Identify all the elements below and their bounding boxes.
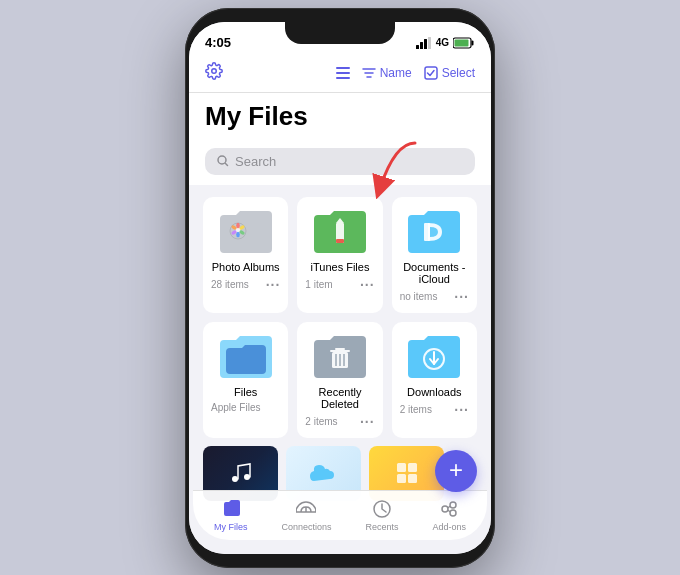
folder-downloads-icon bbox=[406, 334, 462, 380]
folder-itunes-label: iTunes Files bbox=[311, 261, 370, 273]
signal-icon bbox=[416, 37, 432, 49]
folder-photo-albums-label: Photo Albums bbox=[212, 261, 280, 273]
toolbar-right: Name Select bbox=[336, 66, 475, 80]
folder-icloud-count: no items bbox=[400, 291, 438, 302]
svg-point-34 bbox=[244, 474, 250, 480]
folder-icloud-label: Documents - iCloud bbox=[400, 261, 469, 285]
svg-rect-35 bbox=[397, 463, 406, 472]
svg-rect-38 bbox=[408, 474, 417, 483]
svg-line-44 bbox=[448, 506, 450, 508]
svg-rect-6 bbox=[455, 39, 469, 46]
svg-point-43 bbox=[450, 510, 456, 516]
folder-itunes-more[interactable]: ··· bbox=[360, 277, 375, 293]
list-icon bbox=[336, 67, 350, 79]
folder-icloud-icon bbox=[406, 209, 462, 255]
folder-recently-deleted-count: 2 items bbox=[305, 416, 337, 427]
svg-rect-36 bbox=[408, 463, 417, 472]
toolbar: Name Select bbox=[189, 58, 491, 93]
nav-my-files-label: My Files bbox=[214, 522, 248, 532]
folder-recently-deleted-more[interactable]: ··· bbox=[360, 414, 375, 430]
sort-icon bbox=[362, 66, 376, 80]
folder-icloud[interactable]: Documents - iCloud no items ··· bbox=[392, 197, 477, 313]
svg-rect-8 bbox=[336, 67, 350, 69]
nav-addons-label: Add-ons bbox=[432, 522, 466, 532]
search-icon bbox=[217, 155, 229, 167]
nav-connections[interactable]: Connections bbox=[281, 498, 331, 532]
status-icons: 4G bbox=[416, 37, 475, 49]
svg-point-33 bbox=[232, 476, 238, 482]
select-btn[interactable]: Select bbox=[424, 66, 475, 80]
network-label: 4G bbox=[436, 37, 449, 48]
add-fab[interactable]: + bbox=[435, 450, 477, 492]
svg-rect-0 bbox=[416, 45, 419, 49]
folder-recently-deleted[interactable]: Recently Deleted 2 items ··· bbox=[297, 322, 382, 438]
folder-files-icon bbox=[218, 334, 274, 380]
bottom-nav: My Files Connections bbox=[193, 490, 487, 540]
folder-recently-deleted-label: Recently Deleted bbox=[305, 386, 374, 410]
svg-rect-9 bbox=[336, 72, 350, 74]
nav-connections-label: Connections bbox=[281, 522, 331, 532]
sort-label: Name bbox=[380, 66, 412, 80]
nav-addons[interactable]: Add-ons bbox=[432, 498, 466, 532]
svg-rect-2 bbox=[424, 39, 427, 49]
svg-rect-26 bbox=[330, 350, 350, 352]
folder-files[interactable]: Files Apple Files bbox=[203, 322, 288, 438]
select-label: Select bbox=[442, 66, 475, 80]
folder-itunes[interactable]: iTunes Files 1 item ··· bbox=[297, 197, 382, 313]
folder-trash-icon bbox=[312, 334, 368, 380]
nav-recents-label: Recents bbox=[365, 522, 398, 532]
folder-icloud-meta: no items ··· bbox=[400, 289, 469, 305]
folder-photo-albums-meta: 28 items ··· bbox=[211, 277, 280, 293]
gear-icon[interactable] bbox=[205, 62, 223, 84]
folder-downloads-count: 2 items bbox=[400, 404, 432, 415]
folder-photo-albums-icon bbox=[218, 209, 274, 255]
search-input[interactable]: Search bbox=[205, 148, 475, 175]
folder-files-meta: Apple Files bbox=[211, 402, 280, 413]
addons-icon bbox=[438, 498, 460, 520]
folder-itunes-icon bbox=[312, 209, 368, 255]
svg-point-12 bbox=[218, 156, 226, 164]
folder-downloads-label: Downloads bbox=[407, 386, 461, 398]
phone-frame: 4:05 4G bbox=[185, 8, 495, 568]
folder-files-label: Files bbox=[234, 386, 257, 398]
folder-photo-albums-more[interactable]: ··· bbox=[266, 277, 281, 293]
page-title: My Files bbox=[205, 101, 475, 132]
folder-itunes-meta: 1 item ··· bbox=[305, 277, 374, 293]
cloud-icon bbox=[308, 461, 340, 485]
phone-screen: 4:05 4G bbox=[189, 22, 491, 554]
search-placeholder: Search bbox=[235, 154, 276, 169]
folder-photo-albums-count: 28 items bbox=[211, 279, 249, 290]
folder-files-count: Apple Files bbox=[211, 402, 260, 413]
battery-icon bbox=[453, 37, 475, 49]
svg-rect-1 bbox=[420, 42, 423, 49]
nav-my-files[interactable]: My Files bbox=[214, 498, 248, 532]
search-bar-container: Search bbox=[189, 142, 491, 185]
svg-rect-3 bbox=[428, 37, 431, 49]
status-time: 4:05 bbox=[205, 35, 231, 50]
music-icon bbox=[229, 461, 253, 485]
folder-itunes-count: 1 item bbox=[305, 279, 332, 290]
folder-downloads[interactable]: Downloads 2 items ··· bbox=[392, 322, 477, 438]
svg-rect-37 bbox=[397, 474, 406, 483]
page-header: My Files bbox=[189, 93, 491, 142]
svg-rect-27 bbox=[335, 348, 345, 350]
svg-rect-23 bbox=[336, 239, 344, 243]
my-files-icon bbox=[220, 498, 242, 520]
svg-rect-10 bbox=[336, 77, 350, 79]
add-icon: + bbox=[449, 458, 463, 482]
list-view-btn[interactable] bbox=[336, 67, 350, 79]
svg-point-42 bbox=[450, 502, 456, 508]
folder-downloads-meta: 2 items ··· bbox=[400, 402, 469, 418]
notch bbox=[285, 22, 395, 44]
svg-point-7 bbox=[212, 68, 217, 73]
folder-icloud-more[interactable]: ··· bbox=[454, 289, 469, 305]
nav-recents[interactable]: Recents bbox=[365, 498, 398, 532]
files-grid: Photo Albums 28 items ··· bbox=[189, 185, 491, 442]
recents-icon bbox=[371, 498, 393, 520]
svg-point-41 bbox=[442, 506, 448, 512]
folder-downloads-more[interactable]: ··· bbox=[454, 402, 469, 418]
sort-btn[interactable]: Name bbox=[362, 66, 412, 80]
toolbar-left bbox=[205, 62, 223, 84]
folder-photo-albums[interactable]: Photo Albums 28 items ··· bbox=[203, 197, 288, 313]
svg-point-15 bbox=[236, 222, 240, 228]
